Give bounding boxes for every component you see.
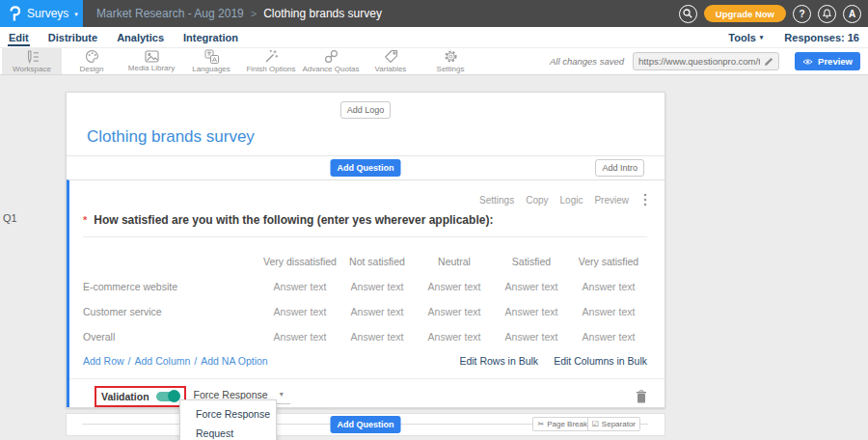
answer-cell[interactable]: Answer text [416, 331, 493, 343]
answer-cell[interactable]: Answer text [570, 331, 647, 343]
validation-toggle[interactable] [156, 392, 179, 401]
toolbar-item-workspace[interactable]: Workspace [2, 48, 62, 74]
toolbar-item-finish-options[interactable]: Finish Options [241, 48, 301, 74]
survey-header-footer: Add Question Add Intro [67, 155, 665, 179]
edit-columns-in-bulk-link[interactable]: Edit Columns in Bulk [554, 355, 647, 367]
toolbar-item-languages[interactable]: Languages [181, 48, 241, 74]
question-preview-link[interactable]: Preview [594, 195, 629, 206]
preview-button-label: Preview [818, 56, 853, 67]
toolbar-right: All changes saved https://www.questionpr… [550, 48, 868, 74]
matrix-row: Customer service Answer text Answer text… [83, 299, 647, 324]
preview-button[interactable]: Preview [795, 52, 860, 70]
question-block: Settings Copy Logic Preview * How satisf… [67, 179, 665, 407]
column-header: Very dissatisfied [261, 256, 339, 267]
toolbar-item-label: Variables [375, 65, 407, 73]
kebab-menu-button[interactable] [643, 193, 647, 206]
bell-icon [822, 9, 832, 19]
question-settings-link[interactable]: Settings [479, 195, 514, 206]
answer-cell[interactable]: Answer text [416, 306, 493, 317]
survey-url-field[interactable]: https://www.questionpro.com/t/APNrFZ [633, 52, 779, 70]
answer-cell[interactable]: Answer text [261, 331, 339, 343]
answer-cell[interactable]: Answer text [339, 306, 416, 317]
avatar[interactable]: A [843, 5, 861, 23]
page-break-label: Page Break [547, 420, 587, 428]
toolbar-item-advance-quotas[interactable]: Advance Quotas [301, 48, 361, 74]
settings-icon [444, 49, 458, 64]
response-type-value: Force Response [194, 389, 268, 400]
responses-count[interactable]: Responses: 16 [784, 32, 859, 43]
toolbar-item-label: Advance Quotas [302, 65, 359, 73]
breadcrumb-current: Clothing brands survey [263, 7, 382, 20]
eye-icon [802, 58, 813, 66]
search-button[interactable] [679, 5, 697, 23]
tools-menu[interactable]: Tools ▾ [728, 32, 763, 43]
add-logo-button[interactable]: Add Logo [340, 101, 392, 119]
question-actions: Settings Copy Logic Preview [83, 180, 647, 206]
row-label[interactable]: Customer service [83, 306, 261, 317]
row-label[interactable]: Overall [83, 331, 261, 343]
menu-item-force-response[interactable]: Force Response [180, 404, 276, 424]
toolbar-item-variables[interactable]: Variables [361, 48, 420, 74]
answer-cell[interactable]: Answer text [339, 281, 416, 292]
tab-analytics[interactable]: Analytics [116, 29, 165, 46]
design-icon [85, 49, 99, 64]
answer-cell[interactable]: Answer text [493, 331, 570, 343]
answer-cell[interactable]: Answer text [493, 281, 570, 292]
question-logic-link[interactable]: Logic [560, 195, 583, 206]
separator-toggle[interactable]: ☑ Separator [587, 417, 640, 431]
survey-header: Add Logo Clothing brands survey Add Ques… [67, 93, 665, 179]
notifications-button[interactable] [818, 5, 836, 23]
answer-cell[interactable]: Answer text [570, 281, 647, 292]
toolbar-item-media-library[interactable]: Media Library [122, 48, 181, 74]
upgrade-now-button[interactable]: Upgrade Now [704, 5, 786, 22]
answer-cell[interactable]: Answer text [261, 306, 339, 317]
toolbar-item-label: Languages [192, 65, 231, 73]
nav-tabs: Edit Distribute Analytics Integration [8, 29, 239, 46]
add-na-option-link[interactable]: Add NA Option [201, 355, 267, 367]
pencil-icon[interactable] [764, 57, 773, 67]
column-header: Not satisfied [339, 256, 416, 267]
media-library-icon [145, 50, 159, 63]
breadcrumb-folder[interactable]: Market Research - Aug 2019 [96, 7, 244, 20]
add-question-button-bottom[interactable]: Add Question [331, 416, 401, 433]
add-question-button-top[interactable]: Add Question [331, 159, 401, 177]
answer-cell[interactable]: Answer text [261, 281, 339, 292]
survey-url-value[interactable]: https://www.questionpro.com/t/APNrFZ [638, 56, 760, 67]
questionpro-logo-icon [9, 6, 21, 22]
help-button[interactable]: ? [793, 5, 811, 23]
section-footer: Add Question ✂ Page Break ☑ Separator [66, 413, 665, 436]
answer-cell[interactable]: Answer text [570, 306, 647, 317]
toolbar-item-settings[interactable]: Settings [420, 48, 480, 74]
delete-question-button[interactable] [636, 390, 647, 403]
toolbar-item-design[interactable]: Design [62, 48, 122, 74]
tab-distribute[interactable]: Distribute [47, 29, 98, 46]
add-row-link[interactable]: Add Row [83, 355, 124, 367]
menu-item-request-response[interactable]: Request Response [180, 424, 276, 440]
chevron-down-icon: ▾ [760, 34, 764, 41]
answer-cell[interactable]: Answer text [416, 281, 493, 292]
page-break-toggle[interactable]: ✂ Page Break [532, 417, 592, 431]
survey-title[interactable]: Clothing brands survey [87, 127, 665, 147]
topbar-actions: Upgrade Now ? A [679, 5, 868, 23]
edit-rows-in-bulk-link[interactable]: Edit Rows in Bulk [459, 355, 538, 367]
question-copy-link[interactable]: Copy [526, 195, 548, 206]
matrix-row: Overall Answer text Answer text Answer t… [83, 324, 647, 349]
column-header: Neutral [416, 256, 493, 267]
breadcrumb-separator: > [251, 8, 257, 19]
question-text[interactable]: How satisfied are you with the following… [94, 213, 493, 227]
search-icon [683, 9, 692, 18]
breadcrumb: Market Research - Aug 2019 > Clothing br… [96, 7, 382, 20]
surveys-menu[interactable]: Surveys ▾ [0, 0, 83, 27]
toolbar-item-label: Workspace [13, 65, 51, 73]
languages-icon [204, 49, 219, 64]
answer-cell[interactable]: Answer text [339, 331, 416, 343]
separator-label: Separator [602, 420, 636, 428]
tab-edit[interactable]: Edit [8, 29, 30, 46]
tab-integration[interactable]: Integration [182, 29, 239, 46]
add-column-link[interactable]: Add Column [135, 355, 191, 367]
row-label[interactable]: E-commerce website [83, 281, 261, 292]
add-intro-button[interactable]: Add Intro [595, 159, 644, 177]
divider [83, 236, 647, 237]
toolbar-item-label: Settings [437, 65, 465, 73]
answer-cell[interactable]: Answer text [493, 306, 570, 317]
